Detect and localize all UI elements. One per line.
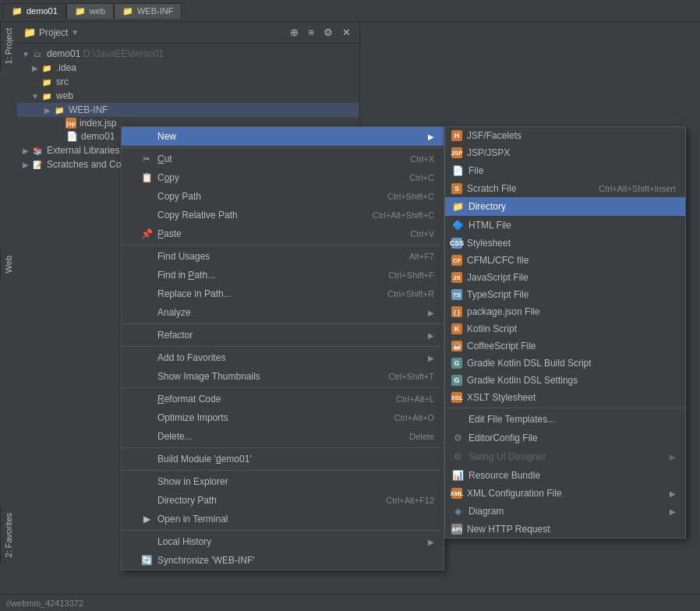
icon-directory: 📁	[451, 200, 464, 213]
tree-item-src[interactable]: 📁 src	[17, 75, 359, 89]
icon-ts: TS	[451, 289, 462, 300]
menu-item-optimize[interactable]: Optimize Imports Ctrl+Alt+O	[122, 408, 444, 427]
submenu-item-cfml[interactable]: CF CFML/CFC file	[445, 252, 685, 269]
menu-item-dir-path[interactable]: Directory Path Ctrl+Alt+F12	[122, 491, 444, 510]
menu-label-analyze: Analyze	[157, 307, 191, 318]
menu-item-delete[interactable]: Delete... Delete	[122, 427, 444, 446]
submenu-item-gradle-settings[interactable]: G Gradle Kotlin DSL Settings	[445, 372, 685, 389]
menu-arrow-new: ▶	[428, 132, 434, 141]
icon-kotlin: K	[451, 323, 462, 334]
submenu-item-swing[interactable]: ⚙ Swing UI Designer ▶	[445, 447, 685, 466]
menu-item-add-favorites[interactable]: Add to Favorites ▶	[122, 348, 444, 367]
icon-resource: 📊	[451, 469, 464, 482]
submenu-item-coffee[interactable]: ☕ CoffeeScript File	[445, 337, 685, 355]
menu-item-replace-path[interactable]: Replace in Path... Ctrl+Shift+R	[122, 284, 444, 303]
submenu-item-js[interactable]: JS JavaScript File	[445, 269, 685, 286]
menu-item-find-usages[interactable]: Find Usages Alt+F7	[122, 247, 444, 266]
submenu-item-ts[interactable]: TS TypeScript File	[445, 286, 685, 303]
menu-label-history: Local History	[157, 536, 211, 547]
menu-item-paste[interactable]: 📌 Paste Ctrl+V	[122, 224, 444, 243]
sidebar-item-project[interactable]: 1: Project	[0, 22, 17, 70]
submenu-item-xslt[interactable]: XSL XSLT Stylesheet	[445, 389, 685, 406]
menu-sep-1	[122, 147, 444, 148]
icon-http: API	[451, 524, 462, 535]
submenu-item-edit-templates[interactable]: Edit File Templates...	[445, 410, 685, 429]
menu-item-new[interactable]: New ▶	[122, 127, 444, 146]
submenu-item-jsp[interactable]: JSP JSP/JSPX	[445, 144, 685, 161]
sidebar-item-web[interactable]: Web	[0, 249, 17, 279]
submenu-item-directory[interactable]: 📁 Directory	[445, 197, 685, 216]
menu-icon-dir-path	[140, 494, 153, 507]
menu-item-copy-rel-path[interactable]: Copy Relative Path Ctrl+Alt+Shift+C	[122, 206, 444, 224]
menu-item-refactor[interactable]: Refactor ▶	[122, 326, 444, 344]
submenu-item-http[interactable]: API New HTTP Request	[445, 521, 685, 538]
close-panel-button[interactable]: ✕	[340, 26, 353, 39]
menu-item-thumbnails[interactable]: Show Image Thumbnails Ctrl+Shift+T	[122, 367, 444, 386]
menu-item-copy-path[interactable]: Copy Path Ctrl+Shift+C	[122, 187, 444, 206]
submenu-item-kotlin[interactable]: K Kotlin Script	[445, 320, 685, 337]
tree-item-webinf[interactable]: ▶ 📁 WEB-INF	[17, 103, 359, 117]
tree-label-demo01-file: demo01	[81, 131, 115, 142]
submenu-item-editorconfig[interactable]: ⚙ EditorConfig File	[445, 429, 685, 447]
menu-item-analyze[interactable]: Analyze ▶	[122, 303, 444, 322]
menu-label-optimize: Optimize Imports	[157, 412, 228, 423]
menu-item-sync[interactable]: 🔄 Synchronize 'WEB-INF'	[122, 551, 444, 570]
tab-label-web: web	[90, 6, 105, 16]
submenu-item-scratch[interactable]: S Scratch File Ctrl+Alt+Shift+Insert	[445, 180, 685, 197]
menu-icon-paste: 📌	[140, 228, 153, 240]
menu-item-cut[interactable]: ✂ Cut Ctrl+X	[122, 150, 444, 168]
icon-html: 🔷	[451, 219, 464, 231]
menu-label-build: Build Module 'demo01'	[157, 454, 252, 464]
submenu-item-css[interactable]: CSS Stylesheet	[445, 235, 685, 252]
locate-button[interactable]: ⊕	[288, 26, 301, 39]
dropdown-arrow[interactable]: ▼	[71, 28, 79, 37]
submenu-label-coffee: CoffeeScript File	[467, 341, 536, 351]
tab-demo01[interactable]: 📁 demo01	[3, 3, 66, 19]
submenu-label-jsp: JSP/JSPX	[467, 147, 510, 158]
collapse-button[interactable]: ≡	[306, 26, 316, 39]
tree-item-web[interactable]: ▼ 📁 web	[17, 89, 359, 103]
tab-label-demo01: demo01	[27, 6, 58, 16]
submenu-item-gradle-build[interactable]: G Gradle Kotlin DSL Build Script	[445, 355, 685, 372]
menu-arrow-favorites: ▶	[428, 354, 434, 362]
submenu-label-xml: XML Configuration File	[467, 488, 562, 499]
tab-webinf[interactable]: 📁 WEB-INF	[114, 3, 182, 19]
menu-arrow-history: ▶	[428, 538, 434, 546]
sidebar-item-favorites[interactable]: 2: Favorites	[0, 507, 17, 563]
menu-item-reformat[interactable]: Reformat Code Ctrl+Alt+L	[122, 390, 444, 408]
file-icon-jsp: jsp	[65, 118, 76, 129]
tree-item-idea[interactable]: ▶ 📁 .idea	[17, 61, 359, 75]
tree-label-webinf: WEB-INF	[69, 104, 108, 115]
menu-label-new: New	[157, 131, 176, 142]
submenu-item-jsf[interactable]: H JSF/Facelets	[445, 127, 685, 144]
icon-diagram: ◈	[451, 505, 464, 517]
icon-css: CSS	[451, 238, 462, 249]
folder-icon-2: 📁	[122, 6, 133, 16]
menu-label-find-path: Find in Path...	[157, 270, 215, 281]
submenu-item-diagram[interactable]: ◈ Diagram ▶	[445, 502, 685, 521]
submenu-item-file[interactable]: 📄 File	[445, 161, 685, 180]
menu-item-local-history[interactable]: Local History ▶	[122, 532, 444, 551]
menu-item-show-explorer[interactable]: Show in Explorer	[122, 472, 444, 491]
menu-item-build[interactable]: Build Module 'demo01'	[122, 450, 444, 468]
submenu-item-html[interactable]: 🔷 HTML File	[445, 216, 685, 235]
file-icon-demo01: 📄	[65, 130, 78, 143]
settings-button[interactable]: ⚙	[321, 26, 335, 39]
submenu-item-resource[interactable]: 📊 Resource Bundle	[445, 466, 685, 485]
menu-item-find-path[interactable]: Find in Path... Ctrl+Shift+F	[122, 266, 444, 284]
submenu-arrow-xml: ▶	[670, 489, 676, 498]
submenu-label-editorconfig: EditorConfig File	[468, 433, 538, 443]
tree-label-index: index.jsp	[80, 118, 116, 129]
menu-icon-thumbnails	[140, 370, 153, 383]
submenu-item-package[interactable]: { } package.json File	[445, 303, 685, 320]
tree-item-demo01[interactable]: ▼ 🗂 demo01 D:\JavaEE\demo01	[17, 47, 359, 61]
submenu-label-package: package.json File	[467, 306, 539, 317]
submenu-label-gradle-settings: Gradle Kotlin DSL Settings	[467, 375, 578, 386]
folder-icon: 📁	[75, 6, 86, 16]
menu-item-terminal[interactable]: ▶ Open in Terminal	[122, 510, 444, 528]
submenu-item-xml[interactable]: XML XML Configuration File ▶	[445, 485, 685, 502]
tab-web[interactable]: 📁 web	[66, 3, 114, 19]
menu-item-copy[interactable]: 📋 Copy Ctrl+C	[122, 168, 444, 187]
menu-label-favorites: Add to Favorites	[157, 352, 225, 363]
menu-shortcut-optimize: Ctrl+Alt+O	[394, 413, 434, 422]
